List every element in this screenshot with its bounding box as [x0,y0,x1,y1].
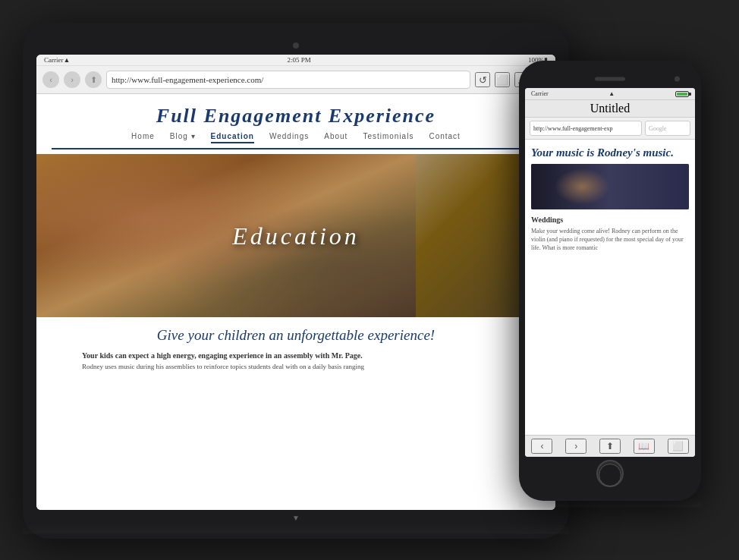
forward-button[interactable]: › [64,71,80,88]
phone-carrier: Carrier [531,90,549,97]
phone-home-inner [599,464,621,486]
browser-chrome: ‹ › ⬆ http://www.full-engagement-experie… [36,66,555,94]
nav-education[interactable]: Education [211,132,254,143]
phone-website: Your music is Rodney's music. Weddings M… [525,140,695,435]
carrier-label: Carrier [44,56,63,64]
phone-tabs-button[interactable]: ⬜ [668,439,689,454]
site-nav: Home Blog ▾ Education Weddings About Tes… [52,132,540,149]
phone-tab-bar: Untitled [525,100,695,118]
site-title: Full Engagement Experience [52,105,540,127]
nav-contact[interactable]: Contact [429,132,460,143]
phone-url-text: http://www.full-engagement-exp [533,125,613,132]
content-text-1: Your kids can expect a high energy, enga… [82,351,510,360]
phone-wifi-icon: ▲ [608,90,615,97]
content-section: Give your children an unforgettable expe… [36,317,555,379]
tabs-button[interactable]: ⬜ [495,72,510,87]
hero-image: Education [36,154,555,317]
hero-section: Education ▲ [36,154,555,317]
nav-about[interactable]: About [324,132,347,143]
phone-bookmarks-button[interactable]: 📖 [634,439,655,454]
url-text: http://www.full-engagement-experience.co… [112,75,263,84]
tablet: Carrier ▲ 2:05 PM 100% ▮ ‹ › ⬆ http://ww… [23,23,569,539]
phone-search-bar[interactable]: Google [645,121,690,136]
nav-testimonials[interactable]: Testimonials [363,132,414,143]
hero-title-overlay: Education [232,222,360,250]
phone-share-button[interactable]: ⬆ [599,439,621,454]
tablet-reflection [23,523,569,534]
phone-speaker [595,77,625,81]
phone-reflection [519,496,701,508]
phone-bottom-nav: ‹ › ⬆ 📖 ⬜ [525,435,695,457]
scroll-indicator: ▼ [288,513,303,522]
wifi-icon: ▲ [63,56,70,64]
phone-status-bar: Carrier ▲ [525,88,695,100]
phone-camera [675,77,680,82]
tablet-status-bar: Carrier ▲ 2:05 PM 100% ▮ [36,55,555,66]
time-label: 2:05 PM [288,56,311,64]
phone-hero-sim [531,164,689,209]
phone-search-placeholder: Google [649,125,667,132]
reload-button[interactable]: ↺ [475,72,490,87]
phone-url-bar[interactable]: http://www.full-engagement-exp [530,121,642,136]
phone-back-button[interactable]: ‹ [531,439,552,454]
phone-battery-icon [675,91,689,97]
phone-section-text: Make your wedding come alive! Rodney can… [531,227,689,253]
nav-weddings[interactable]: Weddings [269,132,309,143]
tablet-camera [293,42,299,49]
phone-forward-button[interactable]: › [565,439,586,454]
tablet-top-bar [36,36,555,55]
phone-battery-fill [677,93,687,96]
phone-top-notch [525,71,695,87]
url-bar[interactable]: http://www.full-engagement-experience.co… [106,71,470,89]
share-button[interactable]: ⬆ [85,71,102,88]
nav-home[interactable]: Home [131,132,155,143]
scene: Carrier ▲ 2:05 PM 100% ▮ ‹ › ⬆ http://ww… [0,0,739,560]
phone-site-heading: Your music is Rodney's music. [531,146,689,159]
phone-browser-bar: http://www.full-engagement-exp Google [525,118,695,140]
phone-hero-image [531,164,689,209]
phone-section-label: Weddings [531,216,689,224]
back-button[interactable]: ‹ [42,71,59,88]
content-heading: Give your children an unforgettable expe… [82,326,510,345]
phone-home-button[interactable] [596,460,624,487]
nav-blog[interactable]: Blog ▾ [170,132,196,143]
content-text-2: Rodney uses music during his assemblies … [82,363,510,370]
website-content: Full Engagement Experience Home Blog ▾ E… [36,94,555,510]
tablet-screen: Carrier ▲ 2:05 PM 100% ▮ ‹ › ⬆ http://ww… [36,55,555,510]
phone-status-right [675,91,689,97]
site-header: Full Engagement Experience Home Blog ▾ E… [36,94,555,154]
phone-tab-title: Untitled [590,102,630,115]
phone: Carrier ▲ Untitled http://www.full-engag… [519,61,701,501]
phone-screen: Carrier ▲ Untitled http://www.full-engag… [525,88,695,457]
